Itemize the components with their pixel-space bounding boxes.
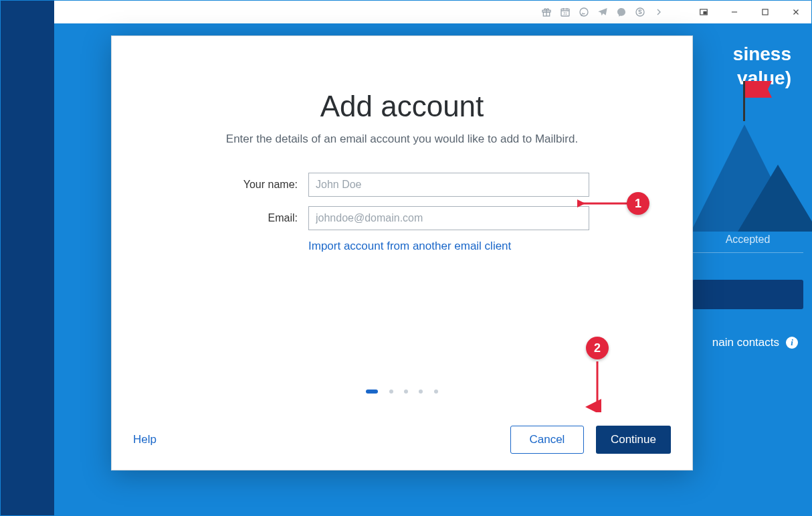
arrow-1	[577, 195, 631, 211]
name-label: Your name:	[215, 179, 308, 191]
help-link[interactable]: Help	[133, 433, 157, 446]
modal-title: Add account	[112, 90, 692, 123]
cancel-button[interactable]: Cancel	[510, 426, 584, 454]
domain-contacts-label: nain contacts	[712, 336, 779, 349]
account-form: Your name: Email: Import account from an…	[215, 173, 589, 253]
arrow-2	[584, 359, 611, 412]
name-row: Your name:	[215, 173, 589, 197]
whatsapp-icon[interactable]	[575, 1, 593, 23]
maximize-button[interactable]	[750, 1, 781, 23]
svg-text:31: 31	[563, 11, 567, 15]
name-input[interactable]	[308, 173, 589, 197]
pager-dot-5[interactable]	[434, 390, 438, 394]
callout-2: 2	[586, 337, 609, 359]
accepted-tab[interactable]: Accepted	[692, 222, 803, 253]
sidebar-column	[1, 1, 54, 515]
info-icon[interactable]: i	[786, 337, 798, 349]
window-controls	[688, 1, 811, 23]
skype-icon[interactable]	[631, 1, 649, 23]
telegram-icon[interactable]	[593, 1, 612, 23]
flagpole	[743, 81, 745, 121]
more-icon[interactable]	[649, 1, 668, 23]
pager-dot-1[interactable]	[366, 390, 378, 394]
right-panel-button[interactable]	[692, 280, 803, 309]
right-panel: Accepted nain contacts i	[684, 222, 811, 349]
app-window: 31	[0, 0, 812, 516]
svg-point-4	[580, 8, 588, 16]
pager-dot-3[interactable]	[404, 390, 408, 394]
domain-contacts-row: nain contacts i	[684, 309, 811, 349]
email-label: Email:	[215, 212, 308, 224]
messenger-icon[interactable]	[612, 1, 631, 23]
calendar-icon[interactable]: 31	[556, 1, 575, 23]
pip-icon[interactable]	[688, 1, 719, 23]
pager-dot-4[interactable]	[419, 390, 423, 394]
flag-icon	[745, 81, 772, 98]
promo-line-1: siness	[733, 44, 791, 64]
modal-footer: Help Cancel Continue	[112, 410, 692, 470]
svg-rect-9	[763, 9, 768, 15]
close-button[interactable]	[781, 1, 811, 23]
minimize-button[interactable]	[719, 1, 750, 23]
svg-rect-7	[704, 11, 706, 14]
callout-1: 1	[627, 192, 649, 215]
email-row: Email:	[215, 206, 589, 230]
continue-button[interactable]: Continue	[596, 426, 671, 454]
email-input[interactable]	[308, 206, 589, 230]
modal-subtitle: Enter the details of an email account yo…	[112, 133, 692, 146]
import-link[interactable]: Import account from another email client	[308, 240, 589, 253]
pager-dot-2[interactable]	[389, 390, 393, 394]
titlebar: 31	[54, 1, 811, 23]
gift-icon[interactable]	[537, 1, 556, 23]
